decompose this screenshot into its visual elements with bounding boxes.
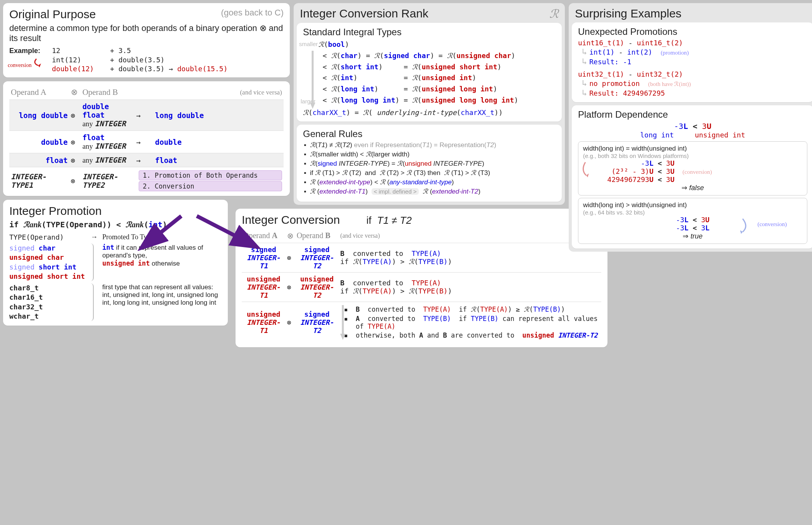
conversion-arrow-icon: [581, 161, 589, 178]
conversion-label: conversion: [8, 62, 31, 69]
platform-equal-box: width(long int) = width(unsigned int) (e…: [578, 141, 807, 196]
promotion-desc: first type that can represent all values…: [102, 283, 222, 307]
conversion-tag: 2. Conversion: [139, 181, 282, 191]
conversion-arrow-icon: [740, 218, 749, 235]
panel-title: Integer Promotion: [9, 204, 222, 218]
col-head: Operand A: [9, 85, 69, 100]
example-text: + 3.5: [110, 46, 284, 55]
conversion-arrow-icon: [34, 58, 69, 68]
panel-title: Integer Conversion Rank: [300, 7, 428, 21]
vice-versa-note: (and vice versa): [153, 85, 284, 100]
example-label: Example:: [9, 47, 40, 55]
example-text: + double(3.5): [110, 56, 284, 64]
rank-panel: Integer Conversion Rank ℛ Standard Integ…: [294, 3, 565, 205]
panel-title: Surprising Examples: [572, 7, 812, 20]
brace-icon: [91, 283, 94, 321]
example-text: 12: [52, 46, 110, 55]
operand-table-card: Operand A ⊗ Operand B (and vice versa) l…: [3, 81, 290, 196]
result-text: ⇒ true: [583, 232, 802, 240]
panel-title: Original Purpose (goes back to C): [9, 8, 284, 21]
subpanel-title: General Rules: [303, 129, 556, 139]
original-purpose-card: Original Purpose (goes back to C) determ…: [3, 3, 290, 77]
down-arrow-icon: [310, 51, 315, 109]
down-arrow-icon: [340, 305, 346, 340]
result-text: ⇒ false: [583, 184, 802, 192]
col-head: Operand B: [81, 85, 135, 100]
purpose-description: determine a common type for both operand…: [9, 23, 284, 43]
col-head: Promoted To Type: [102, 233, 222, 241]
smaller-label: smaller: [299, 41, 318, 47]
brace-icon: [91, 244, 94, 281]
rank-symbol: ℛ: [549, 7, 559, 21]
integer-promotion-card: Integer Promotion if ℛank(TYPE(Operand))…: [3, 200, 228, 326]
subpanel-title: Unexpected Promotions: [578, 26, 807, 37]
promotion-tag: 1. Promotion of Both Operands: [139, 170, 282, 180]
subpanel-title: Platform Dependence: [578, 109, 807, 120]
col-head: TYPE(Operand): [9, 233, 87, 241]
panel-title: Integer Conversion if T1 ≠ T2: [242, 213, 601, 226]
impl-defined-chip: < impl. defined >: [372, 188, 419, 195]
surprising-panel: Surprising Examples Unexpected Promotion…: [569, 3, 812, 252]
tensor-icon: ⊗: [69, 85, 81, 100]
panel-subtitle: (goes back to C): [221, 8, 284, 18]
subpanel-title: Standard Integral Types: [303, 27, 556, 38]
platform-greater-box: width(long int) > width(unsigned int) (e…: [578, 198, 807, 244]
integer-conversion-card: Integer Conversion if T1 ≠ T2 Operand A …: [236, 209, 607, 347]
